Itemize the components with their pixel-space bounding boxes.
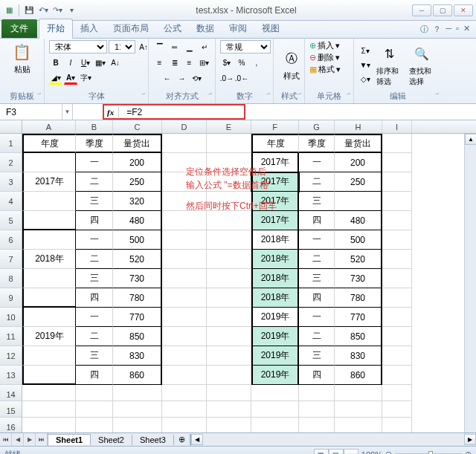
close-button[interactable]: ✕ (454, 4, 473, 16)
vertical-scrollbar[interactable]: ▲ (464, 134, 476, 432)
col-header-H[interactable]: H (335, 120, 382, 133)
cell-D13[interactable] (162, 366, 207, 385)
col-header-B[interactable]: B (76, 120, 113, 133)
cell-A7[interactable]: 2018年 (22, 250, 76, 269)
new-sheet-button[interactable]: ⊕ (174, 434, 190, 445)
sort-filter-button[interactable]: ⇅ 排序和筛选 (373, 42, 405, 88)
font-size-select[interactable]: 11 (109, 40, 135, 53)
cell-H16[interactable] (335, 418, 382, 432)
cell-A11[interactable]: 2019年 (22, 327, 76, 346)
cell-G8[interactable]: 三 (299, 269, 335, 288)
minimize-ribbon-icon[interactable]: ⓘ (420, 24, 428, 35)
cell-E2[interactable] (207, 153, 251, 172)
view-break-button[interactable]: ▭ (344, 449, 358, 455)
col-header-A[interactable]: A (22, 120, 76, 133)
cell-F8[interactable]: 2018年 (251, 269, 299, 288)
cell-C11[interactable]: 850 (113, 327, 162, 346)
cell-D14[interactable] (162, 385, 207, 401)
font-name-select[interactable]: 宋体 (49, 40, 107, 53)
scroll-right-icon[interactable]: ▶ (464, 434, 476, 445)
qat-more-icon[interactable]: ▾ (65, 4, 77, 16)
cell-H7[interactable]: 520 (335, 250, 382, 269)
autosum-icon[interactable]: Σ▾ (358, 45, 372, 58)
zoom-out-button[interactable]: ⊖ (385, 450, 392, 454)
cell-A8[interactable] (22, 269, 76, 288)
cell-H12[interactable]: 830 (335, 346, 382, 366)
cell-F6[interactable]: 2018年 (251, 230, 299, 250)
view-layout-button[interactable]: ▤ (329, 449, 344, 455)
insert-cells-button[interactable]: ⊕插入▾ (309, 40, 340, 51)
cell-G7[interactable]: 二 (299, 250, 335, 269)
sheet-nav-next[interactable]: ▶ (24, 433, 36, 446)
cell-A1[interactable]: 年度 (22, 134, 76, 153)
cell-H2[interactable]: 200 (335, 153, 382, 172)
formula-input[interactable] (123, 107, 241, 117)
cell-E14[interactable] (207, 385, 251, 401)
currency-icon[interactable]: $▾ (220, 56, 234, 69)
col-header-G[interactable]: G (299, 120, 335, 133)
cell-C10[interactable]: 770 (113, 308, 162, 327)
cell-F11[interactable]: 2019年 (251, 327, 299, 346)
cell-A3[interactable]: 2017年 (22, 172, 76, 192)
row-header-6[interactable]: 6 (0, 230, 22, 250)
cell-D15[interactable] (162, 401, 207, 418)
cell-B13[interactable]: 四 (76, 366, 113, 385)
cell-E3[interactable] (207, 172, 251, 192)
cell-G4[interactable]: 三 (299, 192, 335, 211)
cell-D6[interactable] (162, 230, 207, 250)
name-box[interactable]: F3 (0, 104, 62, 120)
cell-H8[interactable]: 730 (335, 269, 382, 288)
cell-G14[interactable] (299, 385, 335, 401)
cell-G5[interactable]: 四 (299, 211, 335, 230)
cell-H14[interactable] (335, 385, 382, 401)
wrap-text-icon[interactable]: ↵ (198, 40, 211, 53)
col-header-I[interactable]: I (382, 120, 412, 133)
tab-layout[interactable]: 页面布局 (106, 19, 156, 38)
cell-C9[interactable]: 780 (113, 288, 162, 308)
cell-I14[interactable] (382, 385, 412, 401)
cell-F10[interactable]: 2019年 (251, 308, 299, 327)
cell-I15[interactable] (382, 401, 412, 418)
cell-H1[interactable]: 量货出 (335, 134, 382, 153)
bold-button[interactable]: B (49, 56, 62, 69)
row-header-2[interactable]: 2 (0, 153, 22, 172)
tab-data[interactable]: 数据 (189, 19, 222, 38)
row-header-10[interactable]: 10 (0, 308, 22, 327)
number-format-select[interactable]: 常规 (220, 40, 271, 53)
cell-C14[interactable] (113, 385, 162, 401)
cell-F13[interactable]: 2019年 (251, 366, 299, 385)
clear-icon[interactable]: ◇▾ (358, 73, 372, 86)
cell-C6[interactable]: 500 (113, 230, 162, 250)
cell-E16[interactable] (207, 418, 251, 432)
cell-H10[interactable]: 770 (335, 308, 382, 327)
cell-C3[interactable]: 250 (113, 172, 162, 192)
row-header-1[interactable]: 1 (0, 134, 22, 153)
format-cells-button[interactable]: ▦格式▾ (309, 64, 341, 75)
cell-A2[interactable] (22, 153, 76, 172)
cell-D3[interactable] (162, 172, 207, 192)
indent-dec-icon[interactable]: ← (161, 71, 174, 85)
cell-B16[interactable] (76, 418, 113, 432)
cell-H5[interactable]: 480 (335, 211, 382, 230)
view-normal-button[interactable]: ▦ (314, 449, 329, 455)
sheet-nav-last[interactable]: ⏭ (36, 433, 48, 446)
cell-A10[interactable] (22, 308, 76, 327)
align-middle-icon[interactable]: ═ (168, 40, 181, 53)
styles-button[interactable]: Ⓐ 样式 (278, 47, 305, 83)
cell-A15[interactable] (22, 401, 76, 418)
tab-view[interactable]: 视图 (254, 19, 287, 38)
cell-C5[interactable]: 480 (113, 211, 162, 230)
cell-I9[interactable] (382, 288, 412, 308)
align-left-icon[interactable]: ≡ (153, 56, 167, 69)
cell-F14[interactable] (251, 385, 299, 401)
align-top-icon[interactable]: ▔ (153, 40, 167, 53)
border-button[interactable]: ▦▾ (94, 56, 107, 69)
row-header-5[interactable]: 5 (0, 211, 22, 230)
cell-E12[interactable] (207, 346, 251, 366)
wb-close-icon[interactable]: ✕ (463, 24, 470, 35)
cell-B5[interactable]: 四 (76, 211, 113, 230)
cell-F3[interactable]: 2017年 (251, 172, 299, 192)
tab-formulas[interactable]: 公式 (156, 19, 189, 38)
merge-icon[interactable]: ⊞▾ (198, 56, 211, 69)
worksheet-grid[interactable]: ABCDEFGHI 1年度季度量货出年度季度量货出2一2002017年一2003… (0, 120, 476, 432)
